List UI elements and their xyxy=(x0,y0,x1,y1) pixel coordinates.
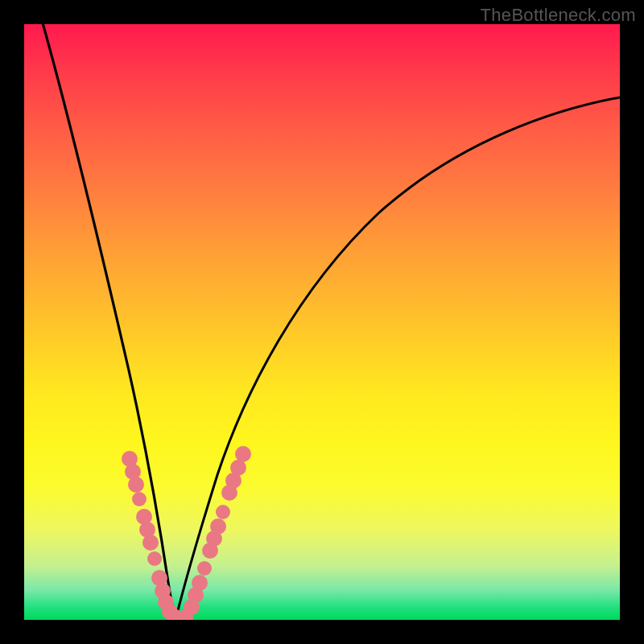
svg-point-20 xyxy=(210,518,226,535)
svg-point-3 xyxy=(132,492,147,506)
marker-cluster xyxy=(122,446,251,620)
chart-frame: TheBottleneck.com xyxy=(0,0,644,644)
curve-right-branch xyxy=(175,97,620,620)
svg-point-7 xyxy=(147,551,162,566)
svg-point-21 xyxy=(216,505,230,519)
svg-point-24 xyxy=(230,460,246,476)
svg-point-6 xyxy=(142,535,159,551)
svg-point-2 xyxy=(128,477,144,493)
curve-layer xyxy=(24,24,620,620)
svg-point-25 xyxy=(235,446,251,462)
plot-area xyxy=(24,24,620,620)
curve-left-branch xyxy=(42,24,175,620)
svg-point-17 xyxy=(197,561,212,576)
svg-point-16 xyxy=(192,575,208,591)
watermark-text: TheBottleneck.com xyxy=(481,5,636,26)
